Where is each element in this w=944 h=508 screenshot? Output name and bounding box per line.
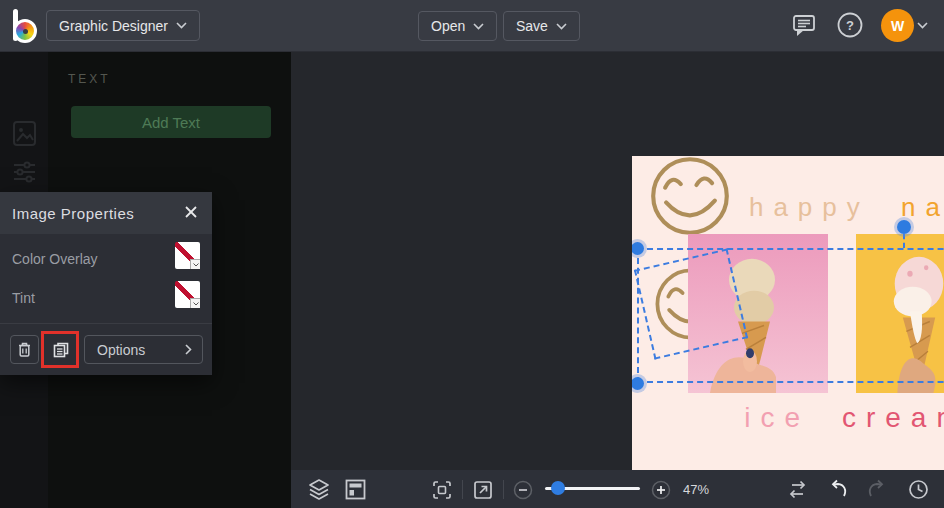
duplicate-icon	[52, 341, 70, 359]
chevron-right-icon	[185, 344, 192, 355]
trash-icon	[17, 341, 32, 358]
zoom-out-icon	[513, 480, 533, 500]
save-button[interactable]: Save	[503, 11, 580, 41]
pink-ice-cream-image	[688, 234, 828, 393]
top-bar: Graphic Designer Open Save ?	[0, 0, 944, 52]
image-properties-header: Image Properties	[0, 192, 212, 234]
account-chevron-down-icon[interactable]	[917, 22, 928, 29]
tint-swatch[interactable]	[175, 281, 200, 308]
heading-text[interactable]: happy national	[632, 192, 944, 223]
comment-icon	[791, 13, 817, 39]
zoom-fit-icon	[432, 480, 452, 500]
layers-icon	[308, 478, 330, 501]
pink-ice-cream-photo[interactable]	[688, 234, 828, 393]
selection-handle-top-left[interactable]	[632, 242, 644, 255]
footing-word-ice: ice	[744, 402, 810, 433]
close-panel-button[interactable]	[182, 203, 200, 224]
history-button[interactable]	[908, 479, 929, 503]
rotation-connector	[903, 234, 905, 248]
loop-preview-button[interactable]	[787, 479, 808, 503]
template-icon	[345, 479, 366, 500]
zoom-to-fit-button[interactable]	[432, 480, 452, 503]
image-icon[interactable]	[12, 120, 37, 147]
help-button[interactable]: ?	[836, 11, 864, 42]
heading-word-happy: happy	[749, 192, 870, 222]
toolbar-divider	[503, 480, 504, 499]
graphic-designer-app: Graphic Designer Open Save ?	[0, 0, 944, 508]
color-overlay-label: Color Overlay	[12, 251, 98, 267]
befunky-logo-icon[interactable]	[8, 7, 46, 45]
zoom-slider-thumb[interactable]	[551, 481, 565, 495]
heading-word-national: national	[901, 192, 944, 222]
save-label: Save	[516, 18, 548, 34]
layers-button[interactable]	[308, 478, 330, 504]
full-view-button[interactable]	[473, 480, 493, 503]
options-button[interactable]: Options	[84, 335, 203, 364]
zoom-out-button[interactable]	[513, 480, 533, 503]
image-properties-title: Image Properties	[12, 205, 182, 222]
svg-text:?: ?	[846, 18, 854, 33]
footing-text[interactable]: ice cream day	[632, 402, 944, 434]
yellow-ice-cream-photo[interactable]	[856, 234, 944, 393]
history-icon	[908, 479, 929, 500]
repeat-icon	[787, 479, 808, 500]
add-text-button[interactable]: Add Text	[71, 106, 271, 138]
export-icon	[473, 480, 493, 500]
mode-selector-button[interactable]: Graphic Designer	[46, 10, 200, 41]
duplicate-layer-button[interactable]	[45, 335, 76, 364]
rotation-handle[interactable]	[897, 220, 911, 234]
adjust-icon[interactable]	[12, 160, 37, 184]
open-label: Open	[431, 18, 465, 34]
design-canvas[interactable]: happy national	[632, 156, 944, 474]
delete-layer-button[interactable]	[10, 335, 39, 364]
undo-icon	[828, 479, 849, 500]
chevron-down-icon	[176, 22, 187, 29]
zoom-percent-value: 47%	[683, 482, 709, 497]
open-button[interactable]: Open	[418, 11, 497, 41]
close-icon	[184, 205, 198, 219]
zoom-in-icon	[651, 480, 671, 500]
help-icon: ?	[836, 11, 864, 39]
feedback-button[interactable]	[791, 13, 817, 42]
image-properties-panel: Image Properties Color Overlay Tint	[0, 192, 212, 375]
template-manager-button[interactable]	[345, 479, 366, 503]
workspace: happy national	[291, 52, 944, 470]
toolbar-divider	[462, 480, 463, 499]
chevron-down-icon	[473, 23, 484, 30]
chevron-down-icon	[556, 23, 567, 30]
mode-label: Graphic Designer	[59, 18, 168, 34]
options-label: Options	[97, 342, 185, 358]
bottom-toolbar: 47%	[291, 470, 944, 508]
user-avatar[interactable]: W	[881, 9, 914, 42]
tint-label: Tint	[12, 290, 35, 306]
swatch-chevron-icon	[190, 259, 200, 269]
footing-word-cream: cream	[842, 402, 944, 433]
avatar-initial: W	[891, 18, 904, 34]
panel-divider	[0, 323, 212, 324]
redo-button[interactable]	[866, 479, 887, 503]
undo-button[interactable]	[828, 479, 849, 503]
color-overlay-swatch[interactable]	[175, 242, 200, 269]
redo-icon	[866, 479, 887, 500]
swatch-chevron-icon	[190, 298, 200, 308]
selection-handle-bottom-left[interactable]	[632, 377, 644, 390]
yellow-ice-cream-image	[856, 234, 944, 393]
zoom-in-button[interactable]	[651, 480, 671, 503]
text-section-label: TEXT	[68, 72, 111, 86]
